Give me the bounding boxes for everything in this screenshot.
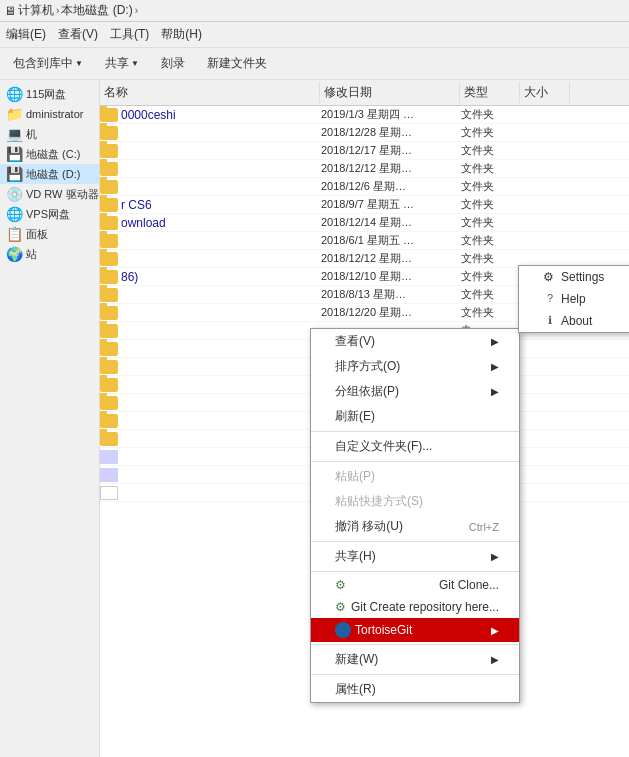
submenu-settings[interactable]: ⚙ Settings bbox=[519, 266, 629, 288]
ctx-share[interactable]: 共享(H) ▶ bbox=[311, 544, 519, 569]
sidebar-item-d[interactable]: 💾 地磁盘 (D:) bbox=[0, 164, 99, 184]
submenu-arrow: ▶ bbox=[491, 386, 499, 397]
submenu-arrow: ▶ bbox=[491, 625, 499, 636]
ctx-customize[interactable]: 自定义文件夹(F)... bbox=[311, 434, 519, 459]
file-icon bbox=[100, 450, 118, 464]
submenu-about-label: About bbox=[561, 314, 592, 328]
sidebar-label-c: 地磁盘 (C:) bbox=[26, 147, 80, 162]
ctx-paste-shortcut[interactable]: 粘贴快捷方式(S) bbox=[311, 489, 519, 514]
ctx-git-create[interactable]: ⚙ Git Create repository here... bbox=[311, 596, 519, 618]
submenu-arrow: ▶ bbox=[491, 336, 499, 347]
folder-icon bbox=[100, 360, 118, 374]
table-row[interactable]: 0000ceshi 2019/1/3 星期四 … 文件夹 bbox=[100, 106, 629, 124]
ctx-paste[interactable]: 粘贴(P) bbox=[311, 464, 519, 489]
ctx-separator bbox=[311, 644, 519, 645]
column-headers: 名称 修改日期 类型 大小 bbox=[100, 80, 629, 106]
folder-icon bbox=[100, 396, 118, 410]
ctx-properties[interactable]: 属性(R) bbox=[311, 677, 519, 702]
file-date: 2019/1/3 星期四 … bbox=[321, 107, 461, 122]
ctx-tortoisegit[interactable]: TortoiseGit ▶ bbox=[311, 618, 519, 642]
folder-icon bbox=[100, 216, 118, 230]
sidebar-item-admin[interactable]: 📁 dministrator bbox=[0, 104, 99, 124]
table-row[interactable]: 2018/12/12 星期… 文件夹 bbox=[100, 160, 629, 178]
menu-help[interactable]: 帮助(H) bbox=[155, 24, 208, 45]
submenu-help[interactable]: ? Help bbox=[519, 288, 629, 310]
file-type: 文件夹 bbox=[461, 287, 521, 302]
address-part-1: 计算机 bbox=[18, 2, 54, 19]
submenu-help-label: Help bbox=[561, 292, 586, 306]
ctx-git-clone[interactable]: ⚙ Git Clone... bbox=[311, 574, 519, 596]
menu-edit[interactable]: 编辑(E) bbox=[0, 24, 52, 45]
ctx-sort[interactable]: 排序方式(O) ▶ bbox=[311, 354, 519, 379]
folder-icon bbox=[100, 342, 118, 356]
sidebar-item-dvd[interactable]: 💿 VD RW 驱动器 bbox=[0, 184, 99, 204]
sidebar-item-site[interactable]: 🌍 站 bbox=[0, 244, 99, 264]
address-icon: 🖥 bbox=[4, 4, 16, 18]
menu-tools[interactable]: 工具(T) bbox=[104, 24, 155, 45]
sidebar-item-115[interactable]: 🌐 115网盘 bbox=[0, 84, 99, 104]
menu-view[interactable]: 查看(V) bbox=[52, 24, 104, 45]
table-row[interactable]: 2018/12/17 星期… 文件夹 bbox=[100, 142, 629, 160]
ctx-new[interactable]: 新建(W) ▶ bbox=[311, 647, 519, 672]
include-library-button[interactable]: 包含到库中 ▼ bbox=[4, 51, 92, 76]
folder-icon bbox=[100, 270, 118, 284]
col-header-date[interactable]: 修改日期 bbox=[320, 82, 460, 103]
submenu-about[interactable]: ℹ About bbox=[519, 310, 629, 332]
ctx-paste-shortcut-label: 粘贴快捷方式(S) bbox=[335, 493, 423, 510]
new-folder-button[interactable]: 新建文件夹 bbox=[198, 51, 276, 76]
file-type: 文件夹 bbox=[461, 305, 521, 320]
file-date: 2018/12/6 星期… bbox=[321, 179, 461, 194]
settings-icon: ⚙ bbox=[543, 270, 557, 284]
sidebar-label-site: 站 bbox=[26, 247, 37, 262]
sidebar-label-dvd: VD RW 驱动器 bbox=[26, 187, 99, 202]
table-row[interactable]: 2018/12/6 星期… 文件夹 bbox=[100, 178, 629, 196]
sidebar-item-computer[interactable]: 💻 机 bbox=[0, 124, 99, 144]
submenu-arrow: ▶ bbox=[491, 654, 499, 665]
help-icon: ? bbox=[543, 292, 557, 306]
col-header-type[interactable]: 类型 bbox=[460, 82, 520, 103]
ctx-separator bbox=[311, 541, 519, 542]
ctx-view[interactable]: 查看(V) ▶ bbox=[311, 329, 519, 354]
col-header-size[interactable]: 大小 bbox=[520, 82, 570, 103]
folder-icon bbox=[100, 414, 118, 428]
file-name: r CS6 bbox=[121, 198, 321, 212]
sidebar-label-computer: 机 bbox=[26, 127, 37, 142]
table-row[interactable]: r CS6 2018/9/7 星期五 … 文件夹 bbox=[100, 196, 629, 214]
ctx-refresh[interactable]: 刷新(E) bbox=[311, 404, 519, 429]
ctx-group[interactable]: 分组依据(P) ▶ bbox=[311, 379, 519, 404]
file-icon bbox=[100, 468, 118, 482]
sidebar-item-panel[interactable]: 📋 面板 bbox=[0, 224, 99, 244]
ctx-properties-label: 属性(R) bbox=[335, 681, 376, 698]
sidebar-label-d: 地磁盘 (D:) bbox=[26, 167, 80, 182]
address-arrow-2: › bbox=[135, 5, 138, 16]
share-button[interactable]: 共享 ▼ bbox=[96, 51, 148, 76]
address-bar: 🖥 计算机 › 本地磁盘 (D:) › bbox=[0, 0, 629, 22]
file-name: ownload bbox=[121, 216, 321, 230]
ctx-tortoisegit-label: TortoiseGit bbox=[355, 623, 412, 637]
sidebar-icon-d: 💾 bbox=[6, 166, 23, 182]
ctx-undo-shortcut: Ctrl+Z bbox=[469, 521, 499, 533]
file-date: 2018/12/12 星期… bbox=[321, 251, 461, 266]
about-icon: ℹ bbox=[543, 314, 557, 328]
table-row[interactable]: 2018/6/1 星期五 … 文件夹 bbox=[100, 232, 629, 250]
file-type: 文件夹 bbox=[461, 143, 521, 158]
folder-icon bbox=[100, 162, 118, 176]
file-name: 0000ceshi bbox=[121, 108, 321, 122]
file-type: 文件夹 bbox=[461, 179, 521, 194]
col-header-name[interactable]: 名称 bbox=[100, 82, 320, 103]
file-date: 2018/8/13 星期… bbox=[321, 287, 461, 302]
context-menu: 查看(V) ▶ 排序方式(O) ▶ 分组依据(P) ▶ 刷新(E) 自定义文件夹… bbox=[310, 328, 520, 703]
sidebar-icon-admin: 📁 bbox=[6, 106, 23, 122]
sidebar-item-vps[interactable]: 🌐 VPS网盘 bbox=[0, 204, 99, 224]
table-row[interactable]: ownload 2018/12/14 星期… 文件夹 bbox=[100, 214, 629, 232]
table-row[interactable]: 2018/12/28 星期… 文件夹 bbox=[100, 124, 629, 142]
file-type: 文件夹 bbox=[461, 215, 521, 230]
file-type: 文件夹 bbox=[461, 125, 521, 140]
folder-icon bbox=[100, 378, 118, 392]
ctx-undo[interactable]: 撤消 移动(U) Ctrl+Z bbox=[311, 514, 519, 539]
burn-button[interactable]: 刻录 bbox=[152, 51, 194, 76]
folder-icon bbox=[100, 234, 118, 248]
sidebar-item-c[interactable]: 💾 地磁盘 (C:) bbox=[0, 144, 99, 164]
folder-icon bbox=[100, 144, 118, 158]
ctx-separator bbox=[311, 461, 519, 462]
